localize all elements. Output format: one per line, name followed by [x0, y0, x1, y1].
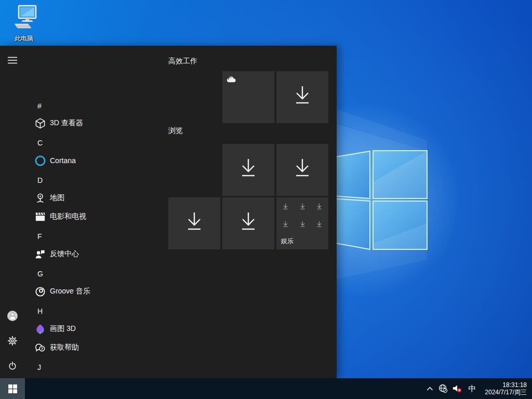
app-item-label: Groove 音乐 [50, 287, 90, 296]
hamburger-icon [8, 57, 17, 64]
this-pc-icon [10, 4, 37, 31]
app-item-groove-music[interactable]: Groove 音乐 [30, 282, 168, 301]
tile-downloading-4[interactable] [168, 197, 220, 249]
download-arrow-icon [292, 158, 313, 182]
app-group-header: H [37, 302, 43, 321]
app-group-header: # [37, 97, 42, 115]
mini-download-arrow-icon [316, 203, 323, 212]
app-item-label: 电影和电视 [50, 212, 86, 221]
tile-section-title-browse[interactable]: 浏览 [168, 126, 183, 136]
download-arrow-icon [238, 211, 259, 235]
app-item-label: Cortana [50, 156, 76, 165]
tile-downloading-1[interactable] [276, 71, 328, 123]
windows-logo-icon [8, 384, 17, 393]
start-button[interactable] [0, 378, 25, 399]
mini-download-arrow-icon [299, 203, 306, 212]
chevron-up-icon [427, 387, 433, 391]
get-help-icon: ? [30, 342, 50, 354]
movies-tv-icon [30, 211, 50, 223]
download-arrow-icon [292, 85, 313, 109]
volume-button[interactable] [450, 378, 464, 399]
cortana-icon [30, 155, 50, 167]
app-group-header: C [37, 134, 43, 152]
3d-viewer-icon [30, 117, 50, 129]
start-menu: # 3D 查看器 C Cortana D 地图 [0, 46, 337, 378]
app-item-label: 3D 查看器 [50, 118, 83, 128]
user-account-button[interactable] [0, 303, 25, 328]
download-arrow-icon [184, 211, 205, 235]
app-item-get-help[interactable]: ? 获取帮助 [30, 338, 168, 357]
mini-download-arrow-icon [316, 221, 323, 230]
this-pc-shortcut[interactable]: 此电脑 [4, 4, 44, 43]
tile-downloading-2[interactable] [222, 144, 274, 196]
groove-music-icon [30, 286, 50, 298]
gear-icon [7, 336, 18, 346]
tile-downloading-5[interactable] [222, 197, 274, 249]
tile-section-title-productivity[interactable]: 高效工作 [168, 57, 197, 66]
user-avatar-icon [7, 310, 18, 322]
maps-icon [30, 192, 50, 204]
network-status-button[interactable] [436, 378, 450, 399]
app-item-3d-viewer[interactable]: 3D 查看器 [30, 114, 168, 132]
app-group-header: D [37, 171, 43, 190]
app-item-paint-3d[interactable]: 画图 3D [30, 320, 168, 338]
svg-text:?: ? [41, 346, 43, 351]
ime-indicator[interactable]: 中 [464, 378, 480, 399]
mini-download-arrow-icon [282, 203, 289, 212]
tile-downloading-3[interactable] [276, 144, 328, 196]
paint-3d-icon [30, 323, 50, 335]
tile-onedrive[interactable] [222, 71, 274, 123]
clock-date: 2024/7/17/周三 [480, 389, 527, 396]
tile-folder-label: 娱乐 [281, 237, 294, 246]
app-item-movies-tv[interactable]: 电影和电视 [30, 207, 168, 226]
app-item-cortana[interactable]: Cortana [30, 151, 168, 170]
power-button[interactable] [0, 353, 25, 378]
mini-download-arrow-icon [282, 221, 289, 230]
this-pc-label: 此电脑 [4, 34, 44, 43]
app-group-header: F [37, 227, 42, 246]
app-item-label: 地图 [50, 193, 64, 203]
taskbar: 中 18:31:18 2024/7/17/周三 [0, 378, 532, 399]
app-item-label: 反馈中心 [50, 249, 79, 259]
app-item-label: 获取帮助 [50, 343, 79, 352]
system-tray: 中 18:31:18 2024/7/17/周三 [423, 378, 532, 399]
feedback-hub-icon [30, 248, 50, 260]
hidden-icons-button[interactable] [423, 378, 436, 399]
app-item-label: 画图 3D [50, 324, 76, 334]
taskbar-clock[interactable]: 18:31:18 2024/7/17/周三 [480, 381, 532, 396]
power-icon [7, 361, 18, 371]
app-group-header: J [37, 358, 41, 377]
tile-folder-entertainment[interactable]: 娱乐 [276, 197, 328, 249]
app-item-maps[interactable]: 地图 [30, 189, 168, 207]
download-arrow-icon [238, 158, 259, 182]
volume-muted-icon [452, 384, 462, 393]
onedrive-cloud-icon [227, 76, 237, 86]
app-group-header: G [37, 264, 43, 283]
menu-expand-button[interactable] [0, 48, 25, 73]
clock-time: 18:31:18 [480, 381, 527, 389]
network-disconnected-globe-icon [438, 384, 448, 393]
mini-download-arrow-icon [299, 221, 306, 230]
app-item-feedback-hub[interactable]: 反馈中心 [30, 245, 168, 263]
settings-button[interactable] [0, 328, 25, 353]
